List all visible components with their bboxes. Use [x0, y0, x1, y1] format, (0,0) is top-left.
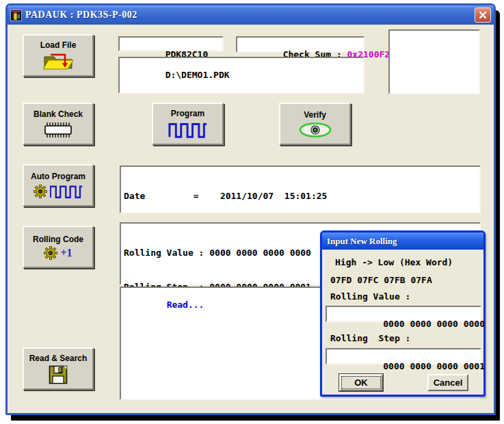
plus-one-badge: +1	[60, 247, 72, 259]
app-icon	[10, 10, 22, 21]
program-button[interactable]: Program	[152, 103, 224, 145]
hex-words: 07FD 07FC 07FB 07FA	[330, 275, 432, 285]
hex-order-hint: High -> Low (Hex Word)	[335, 257, 453, 267]
rolling-value-label: Rolling Value :	[330, 291, 410, 302]
ok-label: OK	[354, 377, 368, 388]
rolling-step-label: Rolling Step :	[330, 333, 410, 343]
checksum-field: Check Sum : 0x2100F2	[236, 36, 364, 53]
eye-icon	[298, 122, 332, 138]
blank-check-button[interactable]: Blank Check	[23, 103, 94, 145]
title-bar: PADAUK : PDK3S-P-002	[8, 5, 494, 25]
rolling-code-icons: +1	[44, 246, 72, 260]
verify-label: Verify	[304, 110, 326, 120]
app-window: PADAUK : PDK3S-P-002 Load File Blank C	[5, 3, 496, 415]
close-button[interactable]	[475, 8, 491, 23]
chip-icon	[42, 121, 74, 139]
device-info-box: Date = 2011/10/07 15:01:25 Protect = Sec…	[120, 165, 481, 213]
window-title: PADAUK : PDK3S-P-002	[25, 10, 137, 21]
screenshot-canvas: PADAUK : PDK3S-P-002 Load File Blank C	[0, 0, 504, 424]
client-area: Load File Blank Check	[8, 25, 494, 413]
open-folder-icon	[42, 52, 74, 71]
rolling-code-label: Rolling Code	[33, 235, 83, 244]
waveform-icon	[168, 120, 208, 140]
rolling-step-input[interactable]: 0000 0000 0000 0001	[326, 348, 481, 365]
file-path-value: D:\DEMO1.PDK	[165, 70, 230, 80]
read-search-button[interactable]: Read & Search	[23, 347, 94, 390]
rolling-step-input-text: 0000 0000 0000 0001	[383, 361, 485, 371]
log-text: Read...	[167, 300, 204, 310]
aux-display-box	[388, 29, 480, 94]
floppy-disk-icon	[49, 365, 68, 384]
chip-name-field[interactable]: PDK82C10	[118, 36, 224, 51]
load-file-button[interactable]: Load File	[23, 34, 94, 77]
dialog-title-bar[interactable]: Input New Rolling	[322, 233, 483, 250]
close-icon	[479, 11, 487, 19]
ok-button[interactable]: OK	[339, 374, 383, 391]
waveform-icon	[50, 183, 83, 200]
program-label: Program	[171, 109, 204, 118]
auto-program-button[interactable]: Auto Program	[23, 164, 94, 207]
verify-button[interactable]: Verify	[279, 103, 351, 145]
dialog-title: Input New Rolling	[327, 236, 397, 247]
input-new-rolling-dialog: Input New Rolling High -> Low (Hex Word)…	[320, 230, 486, 397]
auto-program-label: Auto Program	[31, 172, 85, 181]
read-search-label: Read & Search	[29, 354, 88, 363]
rolling-value-input-text: 0000 0000 0000 0000	[383, 319, 485, 329]
gear-icon	[44, 246, 57, 260]
rolling-value-input[interactable]: 0000 0000 0000 0000	[326, 306, 481, 322]
cancel-label: Cancel	[434, 377, 463, 388]
load-file-label: Load File	[40, 40, 77, 50]
file-path-field[interactable]: D:\DEMO1.PDK	[118, 57, 364, 94]
auto-program-icons	[34, 183, 83, 200]
cancel-button[interactable]: Cancel	[427, 374, 468, 391]
info-line-date: Date = 2011/10/07 15:01:25	[124, 191, 477, 202]
rolling-code-button[interactable]: Rolling Code	[23, 226, 94, 268]
gear-icon	[34, 185, 47, 198]
blank-check-label: Blank Check	[34, 109, 83, 119]
